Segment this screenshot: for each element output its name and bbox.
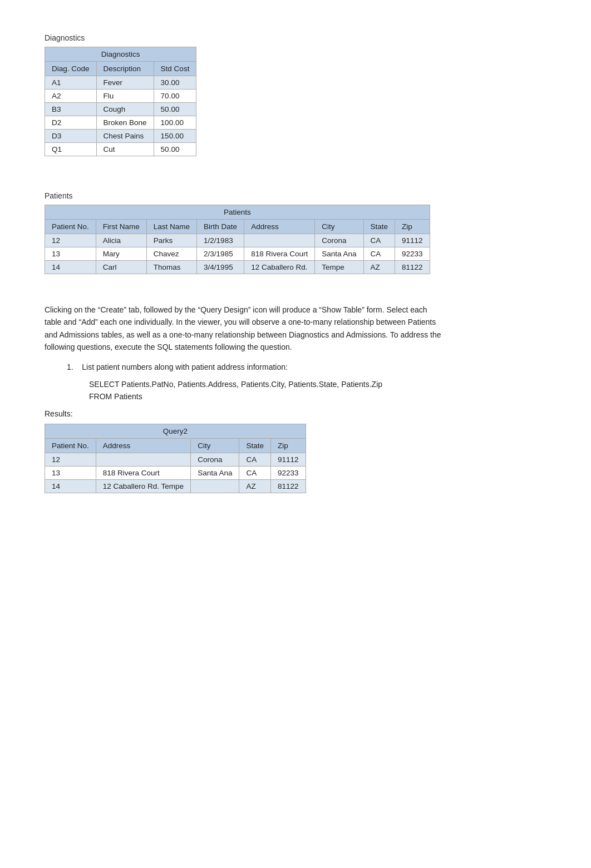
table-row: B3Cough50.00 xyxy=(45,103,196,116)
pat-col-address: Address xyxy=(244,220,315,234)
table-cell: Chavez xyxy=(146,247,196,261)
table-cell: 50.00 xyxy=(154,103,196,116)
diagnostics-table-title: Diagnostics xyxy=(45,47,196,62)
table-cell: B3 xyxy=(45,103,97,116)
table-cell: AZ xyxy=(239,480,271,493)
table-cell: 50.00 xyxy=(154,143,196,156)
diagnostics-section: Diagnostics Diagnostics Diag. Code Descr… xyxy=(45,33,546,175)
table-cell: 14 xyxy=(45,261,96,274)
diagnostics-table: Diagnostics Diag. Code Description Std C… xyxy=(45,47,196,156)
table-cell: Mary xyxy=(96,247,146,261)
table-cell: 2/3/1985 xyxy=(197,247,244,261)
table-row: A1Fever30.00 xyxy=(45,76,196,90)
diag-col-code: Diag. Code xyxy=(45,62,97,76)
table-cell: Parks xyxy=(146,234,196,247)
table-cell: CA xyxy=(363,247,395,261)
query1-label: 1. List patient numbers along with patie… xyxy=(67,363,546,371)
table-cell: A1 xyxy=(45,76,97,90)
table-cell: Corona xyxy=(191,453,239,467)
table-row: D3Chest Pains150.00 xyxy=(45,130,196,143)
description-paragraph: Clicking on the “Create” tab, followed b… xyxy=(45,304,445,354)
pat-col-lastname: Last Name xyxy=(146,220,196,234)
table-cell: 70.00 xyxy=(154,90,196,103)
patients-title: Patients xyxy=(45,191,546,200)
table-cell: Santa Ana xyxy=(315,247,363,261)
table-cell: Corona xyxy=(315,234,363,247)
table-row: A2Flu70.00 xyxy=(45,90,196,103)
pat-col-zip: Zip xyxy=(395,220,430,234)
table-row: D2Broken Bone100.00 xyxy=(45,116,196,130)
table-cell: 13 xyxy=(45,247,96,261)
res-col-city: City xyxy=(191,439,239,453)
description-block: Clicking on the “Create” tab, followed b… xyxy=(45,304,445,354)
sql-line1: SELECT Patients.PatNo, Patients.Address,… xyxy=(89,378,546,390)
res-col-address: Address xyxy=(96,439,190,453)
table-cell: 150.00 xyxy=(154,130,196,143)
table-cell xyxy=(191,480,239,493)
pat-col-firstname: First Name xyxy=(96,220,146,234)
table-cell: 100.00 xyxy=(154,116,196,130)
table-cell: 1/2/1983 xyxy=(197,234,244,247)
patients-table-title: Patients xyxy=(45,205,430,220)
diag-col-stdcost: Std Cost xyxy=(154,62,196,76)
table-row: 12AliciaParks1/2/1983CoronaCA91112 xyxy=(45,234,430,247)
patients-section: Patients Patients Patient No. First Name… xyxy=(45,191,546,292)
table-row: 14CarlThomas3/4/199512 Caballero Rd.Temp… xyxy=(45,261,430,274)
table-cell: CA xyxy=(239,467,271,480)
res-col-no: Patient No. xyxy=(45,439,96,453)
table-cell xyxy=(96,453,190,467)
patients-table-wrapper: Patients Patient No. First Name Last Nam… xyxy=(45,205,430,274)
table-cell: 12 xyxy=(45,453,96,467)
table-cell: CA xyxy=(363,234,395,247)
table-row: 1412 Caballero Rd. TempeAZ81122 xyxy=(45,480,306,493)
results-label: Results: xyxy=(45,409,546,418)
table-cell: 81122 xyxy=(270,480,306,493)
table-row: 13MaryChavez2/3/1985818 Rivera CourtSant… xyxy=(45,247,430,261)
table-cell: 12 Caballero Rd. Tempe xyxy=(96,480,190,493)
table-cell: AZ xyxy=(363,261,395,274)
table-cell: 13 xyxy=(45,467,96,480)
patients-table: Patients Patient No. First Name Last Nam… xyxy=(45,205,430,274)
table-cell: 91112 xyxy=(395,234,430,247)
table-row: Q1Cut50.00 xyxy=(45,143,196,156)
diagnostics-table-wrapper: Diagnostics Diag. Code Description Std C… xyxy=(45,47,196,156)
results-section: Results: Query2 Patient No. Address City… xyxy=(45,409,546,512)
table-cell: A2 xyxy=(45,90,97,103)
table-cell: Broken Bone xyxy=(96,116,154,130)
table-cell: Fever xyxy=(96,76,154,90)
sql-block: SELECT Patients.PatNo, Patients.Address,… xyxy=(89,378,546,403)
table-cell: 81122 xyxy=(395,261,430,274)
pat-col-city: City xyxy=(315,220,363,234)
table-cell: 818 Rivera Court xyxy=(96,467,190,480)
query1-section: 1. List patient numbers along with patie… xyxy=(67,363,546,371)
table-cell: 818 Rivera Court xyxy=(244,247,315,261)
table-cell: Alicia xyxy=(96,234,146,247)
table-cell: D3 xyxy=(45,130,97,143)
res-col-state: State xyxy=(239,439,271,453)
results-table-title: Query2 xyxy=(45,424,306,439)
table-cell: Thomas xyxy=(146,261,196,274)
table-cell: 3/4/1995 xyxy=(197,261,244,274)
sql-line2: FROM Patients xyxy=(89,390,546,403)
table-cell: 92233 xyxy=(270,467,306,480)
table-cell: CA xyxy=(239,453,271,467)
table-cell: 30.00 xyxy=(154,76,196,90)
pat-col-no: Patient No. xyxy=(45,220,96,234)
table-cell xyxy=(244,234,315,247)
table-cell: Carl xyxy=(96,261,146,274)
diag-col-description: Description xyxy=(96,62,154,76)
table-cell: Santa Ana xyxy=(191,467,239,480)
pat-col-state: State xyxy=(363,220,395,234)
table-row: 12CoronaCA91112 xyxy=(45,453,306,467)
pat-col-birthdate: Birth Date xyxy=(197,220,244,234)
diagnostics-title: Diagnostics xyxy=(45,33,546,42)
table-cell: 91112 xyxy=(270,453,306,467)
table-cell: Flu xyxy=(96,90,154,103)
table-cell: D2 xyxy=(45,116,97,130)
table-cell: Q1 xyxy=(45,143,97,156)
res-col-zip: Zip xyxy=(270,439,306,453)
table-cell: 12 xyxy=(45,234,96,247)
table-cell: 12 Caballero Rd. xyxy=(244,261,315,274)
table-cell: 14 xyxy=(45,480,96,493)
table-cell: 92233 xyxy=(395,247,430,261)
